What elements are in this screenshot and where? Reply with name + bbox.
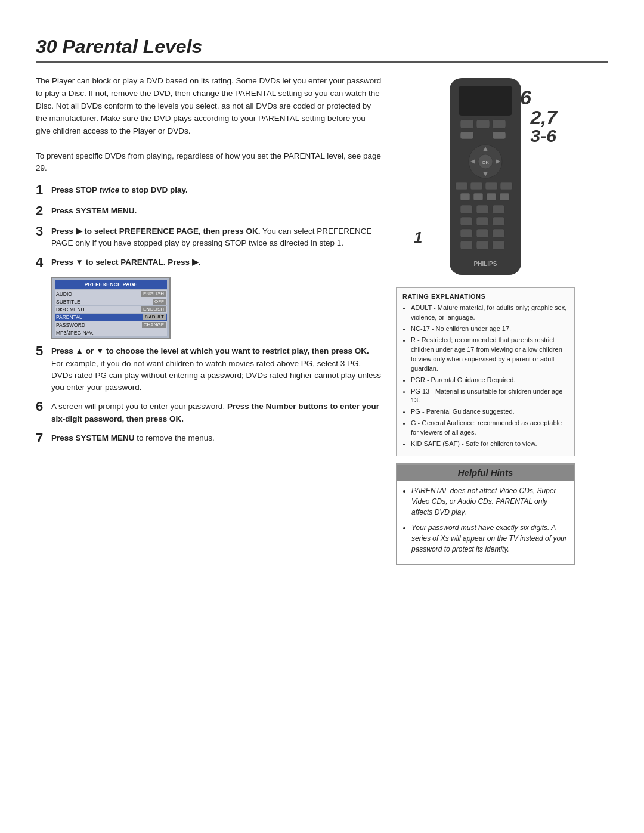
right-column: 6 2,7 3-6 1 [396, 75, 575, 565]
step-4: 4 Press ▼ to select PARENTAL. Press ▶. [36, 256, 382, 270]
step-5-bold: Press ▲ or ▼ to choose the level at whic… [51, 346, 369, 355]
step-2: 2 Press SYSTEM MENU. [36, 205, 382, 218]
step-5-content: Press ▲ or ▼ to choose the level at whic… [51, 345, 382, 394]
svg-rect-21 [500, 193, 509, 200]
rating-list: ADULT - Mature material, for adults only… [402, 304, 568, 449]
svg-rect-23 [476, 205, 488, 213]
svg-rect-17 [500, 182, 512, 190]
helpful-hints-content: PARENTAL does not affect Video CDs, Supe… [397, 481, 574, 564]
rating-explanations-title: RATING EXPLANATIONS [402, 293, 568, 300]
pref-row-parental: PARENTAL8 ADULT [55, 314, 167, 321]
svg-rect-1 [459, 86, 512, 116]
pref-row-subtitle: SUBTITLEOFF [55, 298, 167, 305]
svg-rect-28 [460, 229, 472, 237]
helpful-hints-list: PARENTAL does not affect Video CDs, Supe… [403, 485, 568, 555]
svg-rect-22 [460, 205, 472, 213]
step-5: 5 Press ▲ or ▼ to choose the level at wh… [36, 345, 382, 394]
step-indicator-6: 6 [520, 87, 531, 107]
step-7: 7 Press SYSTEM MENU to remove the menus. [36, 432, 382, 445]
rating-item-pg: PG - Parental Guidance suggested. [411, 407, 568, 417]
step-indicator-1: 1 [414, 228, 422, 247]
step-number-6: 6 [36, 400, 49, 414]
step-3-content: Press ▶ to select PREFERENCE PAGE, then … [51, 225, 382, 250]
step-7-bold: Press SYSTEM MENU [51, 433, 135, 442]
rating-item-r: R - Restricted; recommended that parents… [411, 336, 568, 374]
svg-rect-3 [476, 120, 490, 128]
step-4-content: Press ▼ to select PARENTAL. Press ▶. [51, 256, 200, 268]
svg-rect-33 [493, 241, 504, 249]
helpful-hints-title: Helpful Hints [397, 465, 574, 481]
svg-rect-4 [493, 120, 506, 128]
svg-rect-32 [476, 241, 488, 249]
rating-item-g: G - General Audience; recommended as acc… [411, 419, 568, 438]
step-indicators-27-36: 2,7 3-6 [531, 108, 557, 145]
pref-row-audio: AUDIOENGLISH [55, 290, 167, 298]
step-6: 6 A screen will prompt you to enter your… [36, 401, 382, 425]
helpful-hint-2: Your password must have exactly six digi… [411, 522, 568, 555]
step-3-bold: Press ▶ to select PREFERENCE PAGE, then … [51, 227, 261, 236]
rating-item-kidsafe: KID SAFE (SAF) - Safe for children to vi… [411, 439, 568, 449]
svg-rect-5 [460, 132, 473, 139]
svg-rect-24 [493, 205, 504, 213]
step-4-bold: Press ▼ to select PARENTAL. Press ▶. [51, 258, 200, 267]
rating-item-nc17: NC-17 - No children under age 17. [411, 324, 568, 334]
step-6-bold: Press the Number buttons to enter your s… [51, 402, 379, 423]
rating-item-pg13: PG 13 - Material is unsuitable for child… [411, 387, 568, 406]
helpful-hints-box: Helpful Hints PARENTAL does not affect V… [396, 463, 575, 565]
step-3: 3 Press ▶ to select PREFERENCE PAGE, the… [36, 225, 382, 250]
page-title: 30 Parental Levels [36, 36, 608, 63]
remote-container: 6 2,7 3-6 1 [396, 75, 575, 278]
step-number-1: 1 [36, 183, 49, 197]
svg-rect-19 [473, 193, 483, 200]
svg-rect-25 [460, 217, 472, 225]
step-number-2: 2 [36, 204, 49, 218]
pref-screen-title: PREFERENCE PAGE [55, 280, 167, 289]
svg-rect-31 [460, 241, 472, 249]
step-7-content: Press SYSTEM MENU to remove the menus. [51, 432, 215, 444]
svg-text:OK: OK [482, 160, 489, 165]
svg-rect-27 [493, 217, 504, 225]
preference-screen: PREFERENCE PAGE AUDIOENGLISH SUBTITLEOFF… [51, 277, 171, 339]
rating-item-adult: ADULT - Mature material, for adults only… [411, 304, 568, 323]
pref-row-password: PASSWORDCHANGE [55, 321, 167, 329]
svg-rect-20 [487, 193, 496, 200]
svg-rect-15 [470, 182, 482, 190]
svg-text:PHILIPS: PHILIPS [474, 261, 497, 267]
pref-row-mp3: MP3/JPEG NAV. [55, 329, 167, 336]
svg-rect-14 [456, 182, 467, 190]
intro-text: The Player can block or play a DVD based… [36, 75, 382, 175]
svg-rect-30 [493, 229, 504, 237]
svg-rect-26 [476, 217, 488, 225]
step-1-content: Press STOP twice to stop DVD play. [51, 184, 188, 196]
step-2-content: Press SYSTEM MENU. [51, 205, 137, 217]
step-2-bold: Press SYSTEM MENU. [51, 206, 137, 215]
left-column: The Player can block or play a DVD based… [36, 75, 382, 565]
step-number-5: 5 [36, 344, 49, 358]
step-1-bold: Press STOP twice to stop DVD play. [51, 185, 188, 194]
step-number-4: 4 [36, 255, 49, 270]
svg-rect-18 [460, 193, 470, 200]
remote-svg: OK [438, 75, 533, 278]
step-number-3: 3 [36, 224, 49, 239]
step-number-7: 7 [36, 431, 49, 445]
svg-rect-16 [485, 182, 497, 190]
step-1: 1 Press STOP twice to stop DVD play. [36, 184, 382, 197]
helpful-hint-1: PARENTAL does not affect Video CDs, Supe… [411, 485, 568, 518]
svg-rect-29 [476, 229, 488, 237]
rating-explanations-box: RATING EXPLANATIONS ADULT - Mature mater… [396, 287, 575, 456]
svg-rect-2 [460, 120, 473, 128]
pref-row-disc-menu: DISC MENUENGLISH [55, 306, 167, 313]
svg-rect-6 [493, 132, 506, 139]
step-6-content: A screen will prompt you to enter your p… [51, 401, 382, 425]
rating-item-pgr: PGR - Parental Guidance Required. [411, 376, 568, 385]
